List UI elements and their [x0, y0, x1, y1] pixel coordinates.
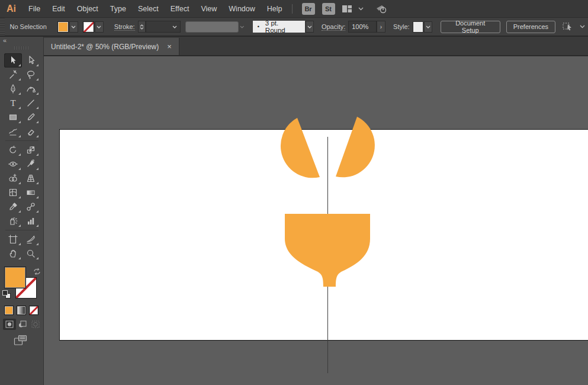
rectangle-tool[interactable]	[4, 110, 22, 124]
direct-selection-tool[interactable]	[22, 53, 40, 68]
stroke-color-combo[interactable]	[83, 21, 104, 33]
slice-tool[interactable]	[22, 232, 40, 246]
change-screen-mode-icon[interactable]	[14, 335, 43, 348]
fill-indicator-swatch[interactable]	[4, 267, 26, 288]
menu-view[interactable]: View	[195, 5, 223, 13]
menu-object[interactable]: Object	[71, 5, 104, 13]
artboard-tool[interactable]	[4, 232, 22, 246]
document-tab-bar: Untitled-2* @ 50% (RGB/Preview) ×	[44, 37, 588, 56]
stroke-chevron-icon[interactable]	[95, 21, 104, 33]
drawing-mode-buttons	[0, 319, 43, 330]
menu-edit[interactable]: Edit	[46, 5, 71, 13]
stock-button[interactable]: St	[322, 3, 335, 15]
app-logo: Ai	[0, 4, 23, 14]
default-fill-stroke-icon[interactable]	[2, 290, 11, 299]
style-swatch[interactable]	[413, 21, 423, 33]
style-chevron-icon[interactable]	[424, 21, 432, 33]
width-profile-preview	[185, 21, 239, 33]
work-area: «	[0, 37, 588, 385]
menu-bar: Ai File Edit Object Type Select Effect V…	[0, 0, 588, 18]
tool-group-separator	[4, 139, 40, 143]
bikini-bottom-shape[interactable]	[285, 214, 370, 287]
menu-file[interactable]: File	[23, 5, 46, 13]
fill-color-swatch[interactable]	[57, 21, 69, 33]
type-tool[interactable]: T	[4, 96, 22, 110]
gradient-button[interactable]	[17, 306, 26, 315]
document-tab-title: Untitled-2* @ 50% (RGB/Preview)	[51, 43, 159, 51]
tool-group-separator	[4, 228, 40, 232]
control-bar-grip[interactable]	[0, 18, 5, 36]
width-tool[interactable]	[4, 157, 22, 171]
pen-tool[interactable]	[4, 82, 22, 96]
stroke-weight-label[interactable]: Stroke:	[114, 23, 135, 31]
artwork-layer	[44, 56, 588, 385]
draw-normal-button[interactable]	[3, 319, 16, 330]
zoom-tool[interactable]	[22, 246, 40, 261]
lasso-tool[interactable]	[22, 68, 40, 82]
bridge-button[interactable]: Br	[302, 3, 315, 15]
control-bar: No Selection Stroke: • 3 pt. Round Opaci…	[0, 18, 588, 37]
preferences-button[interactable]: Preferences	[506, 21, 555, 33]
stroke-weight-combo[interactable]	[146, 21, 181, 33]
left-petal-shape[interactable]	[281, 118, 320, 178]
stroke-weight-stepper[interactable]	[138, 21, 146, 33]
workspace-switcher-icon[interactable]	[342, 5, 352, 13]
opacity-label[interactable]: Opacity:	[322, 23, 345, 31]
color-mode-buttons	[0, 306, 43, 315]
fill-chevron-icon[interactable]	[69, 21, 78, 33]
canvas-column: Untitled-2* @ 50% (RGB/Preview) ×	[44, 37, 588, 385]
tools-panel: «	[0, 37, 44, 385]
perspective-grid-tool[interactable]	[22, 171, 40, 185]
blend-tool[interactable]	[22, 200, 40, 214]
document-tab[interactable]: Untitled-2* @ 50% (RGB/Preview) ×	[44, 38, 179, 55]
canvas-viewport[interactable]	[44, 56, 588, 385]
scale-tool[interactable]	[22, 143, 40, 157]
select-similar-chevron-icon[interactable]	[580, 25, 585, 28]
brush-chevron-icon[interactable]	[306, 21, 314, 33]
menubar-divider	[292, 4, 293, 14]
none-button[interactable]	[29, 306, 38, 315]
select-similar-icon[interactable]	[562, 21, 574, 32]
gradient-tool[interactable]	[22, 185, 40, 200]
puppet-warp-tool[interactable]	[22, 157, 40, 171]
menu-type[interactable]: Type	[104, 5, 132, 13]
swap-fill-stroke-icon[interactable]	[33, 267, 41, 278]
mesh-tool[interactable]	[4, 185, 22, 200]
collapse-panel-icon[interactable]: «	[0, 37, 43, 45]
shaper-tool[interactable]	[4, 124, 22, 139]
tab-close-icon[interactable]: ×	[167, 43, 172, 50]
width-profile-chevron-icon[interactable]	[240, 25, 245, 28]
opacity-field[interactable]: 100%	[348, 21, 377, 33]
curvature-tool[interactable]	[22, 82, 40, 96]
workspace-chevron-icon[interactable]	[358, 7, 364, 11]
fill-stroke-block	[0, 265, 44, 303]
right-petal-shape[interactable]	[336, 117, 375, 177]
color-button[interactable]	[4, 306, 14, 315]
opacity-popup-arrow-icon[interactable]: ›	[377, 21, 385, 33]
eyedropper-tool[interactable]	[4, 200, 22, 214]
menu-window[interactable]: Window	[223, 5, 261, 13]
hand-tool[interactable]	[4, 246, 22, 261]
menu-help[interactable]: Help	[261, 5, 288, 13]
rotate-tool[interactable]	[4, 143, 22, 157]
symbol-sprayer-tool[interactable]	[4, 214, 22, 228]
stroke-color-swatch[interactable]	[83, 21, 94, 33]
shape-builder-tool[interactable]	[4, 171, 22, 185]
document-setup-button[interactable]: Document Setup	[441, 21, 500, 33]
draw-behind-button[interactable]	[16, 319, 29, 330]
svg-text:T: T	[10, 98, 15, 108]
brush-definition-value: 3 pt. Round	[265, 20, 300, 34]
menu-select[interactable]: Select	[132, 5, 165, 13]
gpu-performance-icon[interactable]	[375, 4, 388, 14]
column-graph-tool[interactable]	[22, 214, 40, 228]
magic-wand-tool[interactable]	[4, 68, 22, 82]
brush-definition-combo[interactable]: • 3 pt. Round	[253, 21, 305, 33]
fill-color-combo[interactable]	[57, 21, 78, 33]
selection-status: No Selection	[9, 23, 46, 30]
line-segment-tool[interactable]	[22, 96, 40, 110]
selection-tool[interactable]	[4, 53, 22, 68]
tools-panel-grip[interactable]	[14, 46, 30, 50]
menu-effect[interactable]: Effect	[165, 5, 195, 13]
eraser-tool[interactable]	[22, 124, 40, 139]
paintbrush-tool[interactable]	[22, 110, 40, 124]
